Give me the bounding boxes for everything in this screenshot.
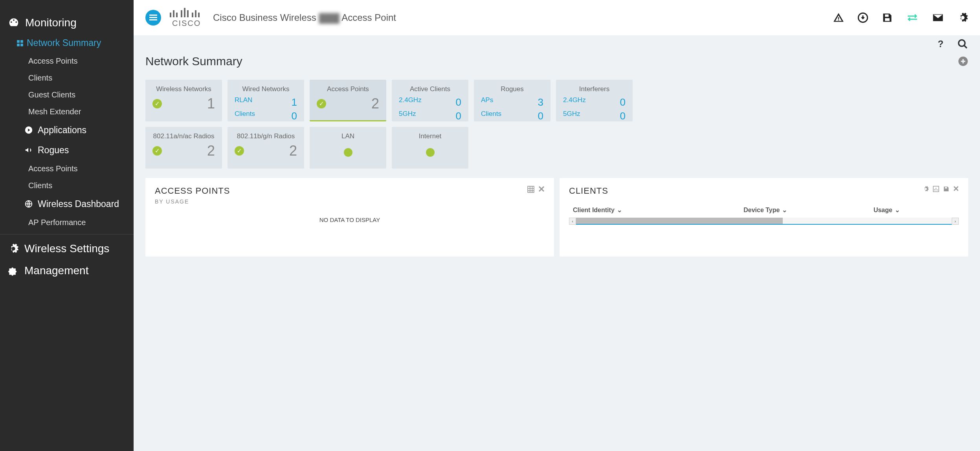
search-icon[interactable] — [957, 38, 968, 50]
close-panel-icon[interactable] — [538, 186, 545, 193]
chevron-down-icon: ⌄ — [895, 206, 900, 214]
tile-value: 1 — [207, 95, 215, 112]
swap-icon[interactable] — [906, 13, 919, 22]
tile[interactable]: Access Points✓2 — [310, 80, 386, 121]
tile-kv-key: APs — [481, 96, 493, 108]
mail-icon[interactable] — [932, 13, 944, 22]
tile-title: 802.11b/g/n Radios — [237, 132, 295, 140]
grid-icon — [17, 40, 24, 47]
panel-close-icon[interactable] — [953, 186, 959, 192]
save-icon[interactable] — [882, 12, 893, 23]
tile-kv-value: 1 — [292, 96, 297, 108]
scroll-thumb[interactable] — [576, 218, 783, 224]
chart-icon[interactable] — [933, 186, 939, 192]
tile-value: 2 — [371, 95, 379, 112]
sidebar-monitoring-list: Network Summary Access Points Clients Gu… — [0, 34, 134, 120]
sidebar-rogues-list: Access Points Clients — [0, 160, 134, 194]
panel-ap-title: ACCESS POINTS — [155, 186, 230, 196]
topbar: CISCO Cisco Business Wireless ▓▓▓ Access… — [134, 0, 980, 35]
sidebar: Monitoring Network Summary Access Points… — [0, 0, 134, 451]
tile-kv-value: 0 — [456, 110, 461, 122]
cisco-logo: CISCO — [169, 8, 205, 28]
col-client-identity[interactable]: Client Identity⌄ — [569, 204, 740, 216]
tile-kv-value: 0 — [620, 96, 626, 108]
scroll-right-button[interactable]: › — [952, 218, 959, 225]
sidebar-item-clients[interactable]: Clients — [24, 70, 134, 86]
tile[interactable]: Internet — [392, 127, 468, 169]
svg-rect-8 — [149, 19, 157, 20]
col-device-type[interactable]: Device Type⌄ — [740, 204, 870, 216]
tile-value: 2 — [207, 143, 215, 159]
sidebar-monitoring[interactable]: Monitoring — [0, 12, 134, 34]
menu-toggle-button[interactable] — [145, 10, 161, 26]
page-title-row: Network Summary — [134, 53, 980, 80]
tile[interactable]: 802.11a/n/ac Radios✓2 — [145, 127, 222, 169]
svg-rect-9 — [170, 13, 171, 17]
scroll-left-button[interactable]: ‹ — [569, 218, 576, 225]
svg-rect-15 — [192, 13, 193, 17]
tile-kv-key: 5GHz — [563, 110, 580, 122]
sidebar-item-rogues-clients[interactable]: Clients — [24, 177, 134, 194]
tile[interactable]: Wired NetworksRLAN1Clients0 — [228, 80, 304, 121]
sidebar-item-mesh-extender[interactable]: Mesh Extender — [24, 103, 134, 120]
sidebar-item-network-summary[interactable]: Network Summary — [24, 34, 134, 53]
page-header-icons: ? — [935, 38, 968, 50]
app-title: Cisco Business Wireless ▓▓▓ Access Point — [213, 12, 396, 23]
tile[interactable]: 802.11b/g/n Radios✓2 — [228, 127, 304, 169]
tile[interactable]: Active Clients2.4GHz05GHz0 — [392, 80, 468, 121]
svg-text:CISCO: CISCO — [172, 19, 201, 28]
settings-gear-icon[interactable] — [957, 12, 968, 23]
horizontal-scrollbar[interactable]: ‹ › — [569, 218, 959, 225]
panel-save-icon[interactable] — [943, 186, 949, 192]
svg-rect-23 — [528, 186, 534, 192]
tile-title: Internet — [419, 132, 442, 140]
sidebar-management[interactable]: Management — [0, 260, 134, 282]
tile-kv-key: 5GHz — [399, 110, 416, 122]
tile-kv-key: Clients — [481, 110, 501, 122]
sidebar-wireless-settings[interactable]: Wireless Settings — [0, 234, 134, 260]
sidebar-rogues[interactable]: Rogues — [0, 140, 134, 160]
tile-title: Wireless Networks — [156, 85, 211, 93]
svg-rect-13 — [184, 8, 185, 17]
tile-kv-key: Clients — [235, 110, 255, 122]
sidebar-applications[interactable]: Applications — [0, 120, 134, 140]
svg-rect-6 — [149, 15, 157, 16]
svg-text:?: ? — [938, 38, 944, 49]
page-title: Network Summary — [145, 55, 242, 68]
svg-rect-16 — [195, 10, 196, 17]
tile[interactable]: Interferers2.4GHz05GHz0 — [556, 80, 633, 121]
tile-kv-key: 2.4GHz — [563, 96, 586, 108]
svg-rect-12 — [181, 10, 182, 17]
sidebar-item-rogues-aps[interactable]: Access Points — [24, 160, 134, 177]
check-icon: ✓ — [152, 99, 162, 108]
svg-rect-10 — [173, 10, 174, 17]
panel-gear-icon[interactable] — [923, 186, 929, 192]
sidebar-item-ap-performance[interactable]: AP Performance — [24, 214, 134, 231]
tile[interactable]: Wireless Networks✓1 — [145, 80, 222, 121]
tile-kv-value: 0 — [292, 110, 297, 122]
top-icons — [833, 12, 968, 23]
warning-icon[interactable] — [833, 12, 844, 23]
table-view-icon[interactable] — [527, 186, 534, 193]
sidebar-wireless-dashboard[interactable]: Wireless Dashboard — [0, 194, 134, 214]
help-icon[interactable]: ? — [935, 38, 945, 50]
play-circle-icon — [24, 126, 33, 134]
sidebar-item-guest-clients[interactable]: Guest Clients — [24, 86, 134, 103]
tile[interactable]: LAN — [310, 127, 386, 169]
tile-kv-key: RLAN — [235, 96, 252, 108]
tile-title: 802.11a/n/ac Radios — [153, 132, 215, 140]
panel-clients-title: CLIENTS — [569, 186, 608, 196]
clients-table: Client Identity⌄ Device Type⌄ Usage⌄ ‹ › — [569, 204, 959, 225]
svg-point-21 — [959, 40, 965, 46]
sidebar-item-access-points[interactable]: Access Points — [24, 53, 134, 70]
tile[interactable]: RoguesAPs3Clients0 — [474, 80, 551, 121]
add-widget-button[interactable] — [958, 56, 968, 66]
bullhorn-icon — [24, 146, 33, 154]
tile-kv-value: 0 — [538, 110, 543, 122]
globe-icon — [24, 200, 33, 208]
tiles-row2: 802.11a/n/ac Radios✓2802.11b/g/n Radios✓… — [134, 127, 980, 169]
col-usage[interactable]: Usage⌄ — [870, 204, 959, 216]
download-circle-icon[interactable] — [857, 12, 868, 23]
panels: ACCESS POINTS BY USAGE NO DATA TO DISPLA… — [134, 169, 980, 266]
scroll-track[interactable] — [576, 218, 952, 225]
